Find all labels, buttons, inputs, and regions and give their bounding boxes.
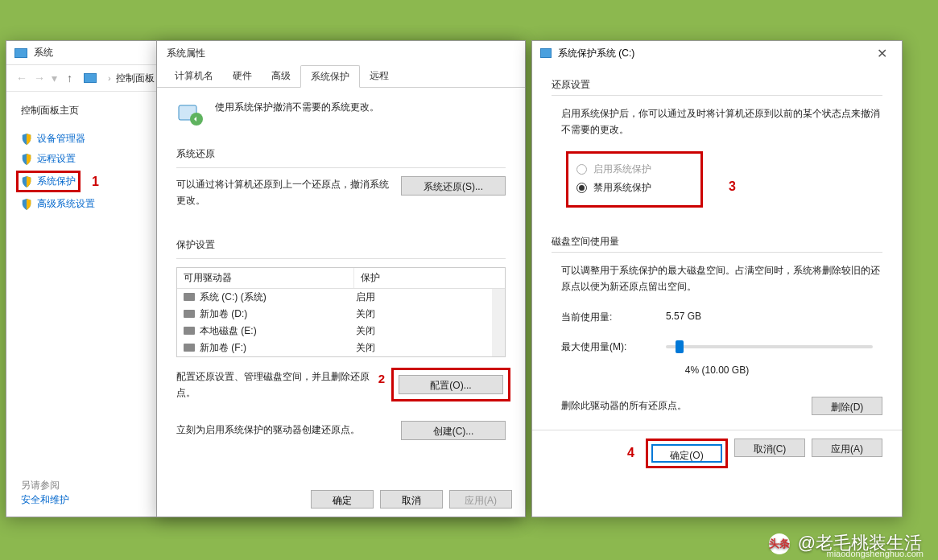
- section-restore-settings: 还原设置: [552, 73, 882, 95]
- apply-button: 应用(A): [449, 490, 512, 509]
- current-usage-value: 5.57 GB: [666, 311, 701, 324]
- cancel-button[interactable]: 取消(C): [734, 439, 805, 457]
- col-header-drive[interactable]: 可用驱动器: [177, 268, 354, 288]
- close-icon[interactable]: ✕: [870, 46, 894, 61]
- radio-disable-protection[interactable]: 禁用系统保护: [576, 179, 692, 197]
- annotation-4: 4: [627, 446, 634, 460]
- forward-arrow-icon: →: [34, 72, 45, 84]
- window-title: 系统: [34, 46, 53, 60]
- banner-text: 使用系统保护撤消不需要的系统更改。: [215, 101, 379, 114]
- sidebar-item-advanced[interactable]: 高级系统设置: [21, 194, 145, 214]
- table-row: 新加卷 (F:)关闭: [177, 340, 492, 356]
- window-title: 系统属性: [167, 47, 205, 60]
- max-usage-slider[interactable]: [666, 345, 873, 348]
- monitor-icon: [84, 73, 97, 83]
- titlebar: 系统属性: [157, 41, 525, 65]
- drive-list[interactable]: 系统 (C:) (系统)启用 新加卷 (D:)关闭 本地磁盘 (E:)关闭 新加…: [177, 289, 505, 356]
- delete-button[interactable]: 删除(D): [812, 397, 882, 415]
- tab-advanced[interactable]: 高级: [262, 65, 300, 87]
- window-title: 系统保护系统 (C:): [558, 47, 634, 60]
- control-panel-home-link[interactable]: 控制面板主页: [21, 104, 145, 117]
- apply-button[interactable]: 应用(A): [812, 439, 882, 457]
- sidebar-label: 设备管理器: [37, 132, 85, 146]
- restore-icon: [176, 101, 204, 128]
- sidebar-item-device-manager[interactable]: 设备管理器: [21, 129, 145, 149]
- system-properties-window: 系统属性 计算机名 硬件 高级 系统保护 远程 使用系统保护撤消不需要的系统更改…: [156, 40, 526, 517]
- ok-button[interactable]: 确定: [311, 490, 374, 509]
- drive-icon: [184, 344, 195, 352]
- sidebar-label: 远程设置: [37, 152, 76, 166]
- tab-system-protection[interactable]: 系统保护: [300, 65, 360, 88]
- tab-computer-name[interactable]: 计算机名: [165, 65, 223, 87]
- create-button[interactable]: 创建(C)...: [401, 421, 506, 440]
- current-usage-label: 当前使用量:: [561, 311, 666, 324]
- delete-desc: 删除此驱动器的所有还原点。: [561, 399, 687, 413]
- up-arrow-icon[interactable]: ↑: [67, 72, 72, 84]
- chevron-right-icon: ›: [108, 73, 111, 83]
- breadcrumb-item[interactable]: 控制面板: [116, 72, 155, 85]
- tab-remote[interactable]: 远程: [360, 65, 399, 87]
- annotation-3: 3: [729, 179, 736, 194]
- sidebar-label: 高级系统设置: [37, 197, 95, 211]
- restore-desc: 启用系统保护后，你可以通过及时将计算机还原到以前的某个状态点来撤消不需要的更改。: [552, 105, 882, 138]
- tab-hardware[interactable]: 硬件: [223, 65, 262, 87]
- restore-desc: 可以通过将计算机还原到上一个还原点，撤消系统更改。: [176, 176, 401, 209]
- annotation-2: 2: [378, 369, 385, 389]
- shield-icon: [21, 176, 32, 187]
- max-usage-label: 最大使用量(M):: [561, 340, 666, 354]
- system-restore-button[interactable]: 系统还原(S)...: [401, 176, 506, 196]
- system-protection-dialog: 系统保护系统 (C:) ✕ 还原设置 启用系统保护后，你可以通过及时将计算机还原…: [531, 40, 903, 517]
- shield-icon: [21, 154, 32, 165]
- radio-group: 启用系统保护 禁用系统保护 3: [566, 151, 703, 208]
- slider-value: 4% (10.00 GB): [552, 364, 882, 376]
- section-disk-usage: 磁盘空间使用量: [552, 230, 882, 252]
- dropdown-icon[interactable]: ▾: [52, 72, 57, 84]
- table-row: 新加卷 (D:)关闭: [177, 306, 492, 323]
- shield-icon: [21, 134, 32, 145]
- annotation-1: 1: [92, 175, 99, 189]
- sidebar-item-remote[interactable]: 远程设置: [21, 149, 145, 169]
- configure-desc: 配置还原设置、管理磁盘空间，并且删除还原点。: [176, 371, 370, 398]
- cancel-button[interactable]: 取消: [380, 490, 443, 509]
- monitor-icon: [14, 48, 27, 58]
- section-restore: 系统还原: [176, 142, 506, 161]
- col-header-status[interactable]: 保护: [354, 268, 505, 288]
- drive-table: 可用驱动器 保护 系统 (C:) (系统)启用 新加卷 (D:)关闭 本地磁盘 …: [176, 267, 506, 357]
- security-link[interactable]: 安全和维护: [21, 493, 69, 507]
- drive-icon: [184, 293, 195, 301]
- see-also-label: 另请参阅: [21, 479, 60, 492]
- section-protect: 保护设置: [176, 233, 506, 252]
- configure-button[interactable]: 配置(O)...: [399, 375, 503, 394]
- create-desc: 立刻为启用系统保护的驱动器创建还原点。: [176, 422, 401, 438]
- back-arrow-icon[interactable]: ←: [16, 72, 27, 84]
- shield-icon: [21, 199, 32, 210]
- table-row: 系统 (C:) (系统)启用: [177, 289, 492, 306]
- radio-icon: [576, 183, 587, 193]
- radio-enable-protection[interactable]: 启用系统保护: [576, 160, 692, 179]
- sidebar: 控制面板主页 设备管理器 远程设置 系统保护 1 高级: [6, 92, 159, 517]
- slider-thumb[interactable]: [676, 340, 684, 353]
- tab-bar: 计算机名 硬件 高级 系统保护 远程: [157, 65, 525, 88]
- radio-icon: [576, 164, 587, 175]
- drive-icon: [184, 310, 195, 318]
- sidebar-label: 系统保护: [37, 175, 76, 188]
- drive-icon: [184, 327, 195, 335]
- drive-icon: [540, 48, 552, 58]
- table-row: 本地磁盘 (E:)关闭: [177, 323, 492, 340]
- watermark-logo: 头条: [769, 533, 790, 554]
- sidebar-item-system-protection[interactable]: 系统保护: [21, 175, 76, 188]
- titlebar: 系统保护系统 (C:) ✕: [532, 41, 902, 65]
- usage-desc: 可以调整用于系统保护的最大磁盘空间。占满空间时，系统将删除较旧的还原点以便为新还…: [552, 262, 882, 295]
- watermark-url: miaodongshenghuo.com: [827, 549, 924, 558]
- ok-button[interactable]: 确定(O): [651, 444, 722, 463]
